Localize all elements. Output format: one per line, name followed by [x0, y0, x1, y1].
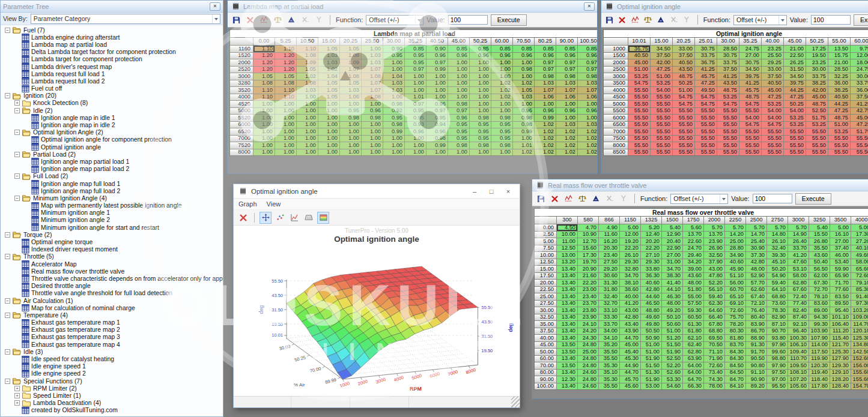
function-select[interactable]: Offset (+/-) — [670, 194, 728, 204]
map-cell[interactable]: 1.03 — [578, 122, 598, 128]
map-cell[interactable]: 55.50 — [762, 142, 783, 149]
map-cell[interactable]: 67.80 — [704, 321, 724, 328]
map-cell[interactable]: 1.00 — [318, 101, 339, 107]
tree-item[interactable]: Accelerator Map — [2, 260, 223, 268]
map-cell[interactable]: 0.85 — [405, 46, 426, 52]
col-header[interactable]: 2750 — [767, 217, 788, 224]
map-cell[interactable]: 36.75 — [695, 59, 717, 66]
map-cell[interactable]: 24.20 — [578, 328, 598, 335]
map-cell[interactable]: 37.50 — [851, 94, 868, 101]
map-cell[interactable]: 36.00 — [851, 87, 868, 94]
map-cell[interactable]: 77.60 — [830, 287, 851, 293]
map-cell[interactable]: 0.97 — [426, 108, 448, 115]
map-cell[interactable]: 57.50 — [683, 301, 703, 307]
collapse-icon[interactable]: − — [5, 28, 10, 33]
map-cell[interactable]: 51.00 — [641, 342, 661, 349]
map-cell[interactable]: 32.70 — [599, 301, 619, 307]
map-cell[interactable]: 1.00 — [448, 80, 469, 87]
row-header[interactable]: 60.00 — [535, 356, 556, 362]
tree-item[interactable]: Optimal ignition angle for component pro… — [2, 136, 223, 143]
map-cell[interactable]: 23.90 — [704, 238, 724, 245]
map-cell[interactable]: 0.97 — [405, 67, 426, 73]
map-cell[interactable]: 50.60 — [662, 321, 682, 328]
map-cell[interactable]: 0.97 — [448, 108, 469, 115]
map-cell[interactable]: 11.00 — [557, 238, 577, 245]
map-cell[interactable]: 0.85 — [535, 46, 556, 52]
map-cell[interactable]: 1.00 — [513, 73, 534, 80]
map-cell[interactable]: 47.80 — [704, 273, 724, 280]
map-cell[interactable]: 62.40 — [683, 342, 703, 349]
minimize-icon[interactable]: – — [470, 188, 479, 195]
map-cell[interactable]: 25.50 — [762, 53, 783, 59]
map-cell[interactable]: 1.00 — [253, 149, 275, 156]
map-cell[interactable]: 0.98 — [535, 73, 556, 80]
map-cell[interactable]: 38.60 — [620, 287, 640, 293]
map-cell[interactable]: 72.10 — [746, 301, 766, 307]
row-header[interactable]: 20.00 — [535, 280, 556, 286]
map-cell[interactable]: 1.00 — [448, 87, 469, 94]
map-cell[interactable]: 48.75 — [828, 115, 850, 121]
map-cell[interactable]: 55.50 — [651, 128, 672, 135]
map-cell[interactable]: 55.50 — [828, 142, 850, 149]
map-cell[interactable]: 51.90 — [662, 349, 682, 355]
tree-item[interactable]: Ignition angle map in idle 1 — [2, 114, 223, 121]
map-cell[interactable]: 1.00 — [318, 108, 339, 115]
map-cell[interactable]: 5.70 — [725, 224, 745, 231]
row-header[interactable]: 12.50 — [535, 259, 556, 266]
map-cell[interactable]: 38.10 — [620, 280, 640, 286]
map-cell[interactable]: 55.50 — [717, 128, 739, 135]
map-cell[interactable]: 13.70 — [683, 232, 703, 238]
map-cell[interactable]: 106.10 — [788, 342, 809, 349]
map-cell[interactable]: 73.40 — [704, 370, 724, 376]
map-cell[interactable]: 1.07 — [556, 87, 577, 94]
map-cell[interactable]: 19.20 — [620, 238, 640, 245]
map-cell[interactable]: 15.60 — [578, 245, 598, 252]
map-cell[interactable]: 10.00 — [557, 232, 577, 238]
col-header[interactable]: 1150 — [620, 217, 640, 224]
map-cell[interactable]: 40.50 — [762, 80, 783, 87]
map-cell[interactable]: 32.25 — [828, 73, 850, 80]
tree-item[interactable]: Lambda request full load 1 — [2, 70, 223, 77]
map-cell[interactable]: 0.98 — [362, 115, 383, 121]
map-cell[interactable]: 48.75 — [739, 94, 761, 101]
map-cell[interactable]: 1.00 — [340, 122, 361, 128]
map-cell[interactable]: 42.75 — [851, 108, 868, 115]
map-cell[interactable]: 115.40 — [830, 335, 851, 341]
map-cell[interactable]: 84.10 — [725, 383, 745, 390]
map-cell[interactable]: 76.40 — [746, 307, 766, 314]
map-cell[interactable]: 78.10 — [809, 293, 830, 300]
map-cell[interactable]: 20.20 — [641, 238, 661, 245]
map-cell[interactable]: 47.25 — [695, 80, 717, 87]
map-cell[interactable]: 31.30 — [599, 280, 619, 286]
map-cell[interactable]: 54.00 — [651, 87, 672, 94]
map-cell[interactable]: 1.00 — [470, 101, 491, 107]
map-cell[interactable]: 91.70 — [746, 349, 766, 355]
map-cell[interactable]: 0.96 — [448, 53, 469, 59]
map-cell[interactable]: 54.00 — [762, 108, 783, 115]
map-cell[interactable]: 51.00 — [673, 87, 694, 94]
map-cell[interactable]: 70.50 — [704, 342, 724, 349]
col-header[interactable]: 30.00 — [383, 38, 404, 45]
map-cell[interactable]: 55.50 — [628, 115, 650, 121]
map-cell[interactable]: 1.02 — [556, 149, 577, 156]
map-cell[interactable]: 154.70 — [851, 383, 868, 390]
map-cell[interactable]: 24.60 — [578, 370, 598, 376]
compare-scale-icon[interactable] — [643, 15, 654, 25]
col-header[interactable]: 3500 — [830, 217, 851, 224]
map-cell[interactable]: 33.75 — [806, 73, 828, 80]
map-cell[interactable]: 1.10 — [275, 46, 296, 52]
map-cell[interactable]: 120.30 — [809, 362, 830, 369]
map-cell[interactable]: 1.00 — [340, 136, 361, 142]
map-cell[interactable]: 55.50 — [784, 136, 806, 142]
map-cell[interactable]: 1.05 — [275, 73, 296, 80]
map-cell[interactable]: 117.80 — [809, 383, 830, 390]
map-cell[interactable]: 1.08 — [253, 80, 275, 87]
map-cell[interactable]: 45.90 — [725, 266, 745, 272]
row-header[interactable]: 10.00 — [535, 252, 556, 259]
map-cell[interactable]: 1.00 — [275, 149, 296, 156]
map-cell[interactable]: 48.00 — [662, 301, 682, 307]
map-cell[interactable]: 33.75 — [851, 80, 868, 87]
map-cell[interactable]: 26.40 — [788, 238, 809, 245]
map-cell[interactable]: 44.10 — [662, 287, 682, 293]
map-cell[interactable]: 13.40 — [557, 335, 577, 341]
